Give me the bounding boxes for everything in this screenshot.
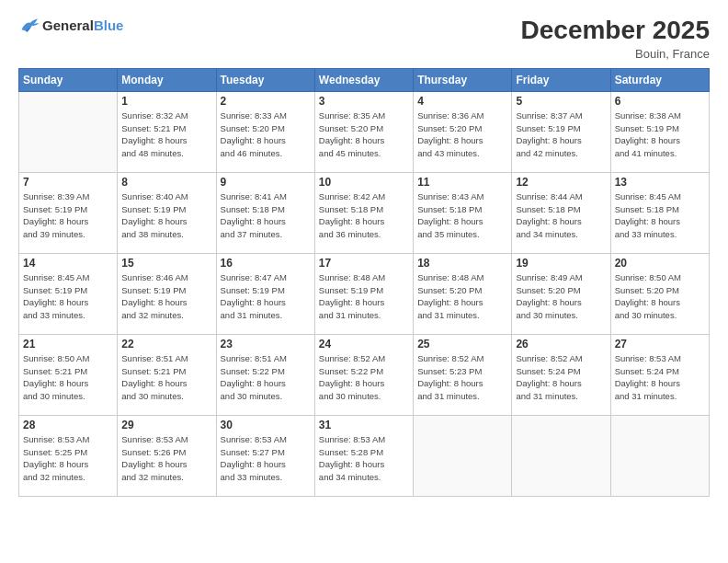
day-number: 12 xyxy=(516,176,606,189)
day-number: 25 xyxy=(417,338,507,350)
day-info: Sunrise: 8:53 AMSunset: 5:27 PMDaylight:… xyxy=(221,433,311,484)
day-info: Sunrise: 8:38 AMSunset: 5:19 PMDaylight:… xyxy=(615,109,705,160)
day-number: 29 xyxy=(121,419,211,431)
calendar-week-row: 7Sunrise: 8:39 AMSunset: 5:19 PMDaylight… xyxy=(19,172,710,253)
day-info: Sunrise: 8:40 AMSunset: 5:19 PMDaylight:… xyxy=(121,190,211,241)
table-row: 6Sunrise: 8:38 AMSunset: 5:19 PMDaylight… xyxy=(610,91,709,172)
table-row: 27Sunrise: 8:53 AMSunset: 5:24 PMDayligh… xyxy=(610,334,709,415)
calendar-week-row: 28Sunrise: 8:53 AMSunset: 5:25 PMDayligh… xyxy=(19,415,710,496)
col-wednesday: Wednesday xyxy=(314,68,413,91)
col-sunday: Sunday xyxy=(19,68,118,91)
day-info: Sunrise: 8:39 AMSunset: 5:19 PMDaylight:… xyxy=(23,190,113,241)
day-info: Sunrise: 8:35 AMSunset: 5:20 PMDaylight:… xyxy=(319,109,409,160)
page: General Blue December 2025 Bouin, France… xyxy=(0,0,728,563)
day-number: 16 xyxy=(221,257,311,270)
day-info: Sunrise: 8:42 AMSunset: 5:18 PMDaylight:… xyxy=(319,190,409,241)
day-info: Sunrise: 8:43 AMSunset: 5:18 PMDaylight:… xyxy=(417,190,507,241)
table-row: 5Sunrise: 8:37 AMSunset: 5:19 PMDaylight… xyxy=(512,91,610,172)
table-row: 14Sunrise: 8:45 AMSunset: 5:19 PMDayligh… xyxy=(19,253,118,334)
table-row: 22Sunrise: 8:51 AMSunset: 5:21 PMDayligh… xyxy=(118,334,216,415)
col-saturday: Saturday xyxy=(610,68,709,91)
calendar-week-row: 1Sunrise: 8:32 AMSunset: 5:21 PMDaylight… xyxy=(19,91,710,172)
title-area: December 2025 Bouin, France xyxy=(521,17,710,61)
logo-icon xyxy=(20,17,40,33)
table-row: 26Sunrise: 8:52 AMSunset: 5:24 PMDayligh… xyxy=(512,334,610,415)
calendar: Sunday Monday Tuesday Wednesday Thursday… xyxy=(18,68,710,497)
day-info: Sunrise: 8:50 AMSunset: 5:20 PMDaylight:… xyxy=(615,271,705,322)
logo-blue: Blue xyxy=(94,17,124,33)
calendar-week-row: 21Sunrise: 8:50 AMSunset: 5:21 PMDayligh… xyxy=(19,334,710,415)
day-info: Sunrise: 8:52 AMSunset: 5:22 PMDaylight:… xyxy=(319,352,409,403)
calendar-header-row: Sunday Monday Tuesday Wednesday Thursday… xyxy=(19,68,710,91)
day-info: Sunrise: 8:47 AMSunset: 5:19 PMDaylight:… xyxy=(221,271,311,322)
table-row: 21Sunrise: 8:50 AMSunset: 5:21 PMDayligh… xyxy=(19,334,118,415)
table-row: 12Sunrise: 8:44 AMSunset: 5:18 PMDayligh… xyxy=(512,172,610,253)
day-number: 19 xyxy=(516,257,606,270)
table-row: 13Sunrise: 8:45 AMSunset: 5:18 PMDayligh… xyxy=(610,172,709,253)
day-info: Sunrise: 8:32 AMSunset: 5:21 PMDaylight:… xyxy=(121,109,211,160)
day-info: Sunrise: 8:50 AMSunset: 5:21 PMDaylight:… xyxy=(23,352,113,403)
col-tuesday: Tuesday xyxy=(216,68,314,91)
day-number: 23 xyxy=(221,338,311,350)
table-row: 31Sunrise: 8:53 AMSunset: 5:28 PMDayligh… xyxy=(314,415,413,496)
table-row: 7Sunrise: 8:39 AMSunset: 5:19 PMDaylight… xyxy=(19,172,118,253)
day-info: Sunrise: 8:51 AMSunset: 5:22 PMDaylight:… xyxy=(221,352,311,403)
day-number: 14 xyxy=(23,257,113,270)
table-row: 10Sunrise: 8:42 AMSunset: 5:18 PMDayligh… xyxy=(314,172,413,253)
table-row: 24Sunrise: 8:52 AMSunset: 5:22 PMDayligh… xyxy=(314,334,413,415)
col-thursday: Thursday xyxy=(414,68,512,91)
day-info: Sunrise: 8:45 AMSunset: 5:18 PMDaylight:… xyxy=(615,190,705,241)
day-info: Sunrise: 8:41 AMSunset: 5:18 PMDaylight:… xyxy=(221,190,311,241)
day-number: 20 xyxy=(615,257,705,270)
table-row: 15Sunrise: 8:46 AMSunset: 5:19 PMDayligh… xyxy=(118,253,216,334)
table-row: 3Sunrise: 8:35 AMSunset: 5:20 PMDaylight… xyxy=(314,91,413,172)
day-number: 24 xyxy=(319,338,409,350)
day-info: Sunrise: 8:49 AMSunset: 5:20 PMDaylight:… xyxy=(516,271,606,322)
day-number: 26 xyxy=(516,338,606,350)
day-info: Sunrise: 8:53 AMSunset: 5:24 PMDaylight:… xyxy=(615,352,705,403)
day-number: 27 xyxy=(615,338,705,350)
day-number: 18 xyxy=(417,257,507,270)
main-title: December 2025 xyxy=(521,17,710,45)
logo: General Blue xyxy=(18,17,123,33)
day-number: 6 xyxy=(615,95,705,108)
table-row: 8Sunrise: 8:40 AMSunset: 5:19 PMDaylight… xyxy=(118,172,216,253)
day-number: 4 xyxy=(417,95,507,108)
day-number: 2 xyxy=(221,95,311,108)
day-number: 28 xyxy=(23,419,113,431)
table-row: 1Sunrise: 8:32 AMSunset: 5:21 PMDaylight… xyxy=(118,91,216,172)
table-row: 16Sunrise: 8:47 AMSunset: 5:19 PMDayligh… xyxy=(216,253,314,334)
day-number: 10 xyxy=(319,176,409,189)
day-number: 22 xyxy=(121,338,211,350)
day-info: Sunrise: 8:48 AMSunset: 5:20 PMDaylight:… xyxy=(417,271,507,322)
table-row: 28Sunrise: 8:53 AMSunset: 5:25 PMDayligh… xyxy=(19,415,118,496)
day-info: Sunrise: 8:53 AMSunset: 5:26 PMDaylight:… xyxy=(121,433,211,484)
day-number: 15 xyxy=(121,257,211,270)
day-number: 5 xyxy=(516,95,606,108)
table-row: 4Sunrise: 8:36 AMSunset: 5:20 PMDaylight… xyxy=(414,91,512,172)
day-info: Sunrise: 8:48 AMSunset: 5:19 PMDaylight:… xyxy=(319,271,409,322)
day-info: Sunrise: 8:53 AMSunset: 5:28 PMDaylight:… xyxy=(319,433,409,484)
day-number: 11 xyxy=(417,176,507,189)
day-number: 13 xyxy=(615,176,705,189)
day-number: 7 xyxy=(23,176,113,189)
day-info: Sunrise: 8:45 AMSunset: 5:19 PMDaylight:… xyxy=(23,271,113,322)
day-number: 3 xyxy=(319,95,409,108)
day-info: Sunrise: 8:51 AMSunset: 5:21 PMDaylight:… xyxy=(121,352,211,403)
day-info: Sunrise: 8:36 AMSunset: 5:20 PMDaylight:… xyxy=(417,109,507,160)
table-row: 18Sunrise: 8:48 AMSunset: 5:20 PMDayligh… xyxy=(414,253,512,334)
day-number: 9 xyxy=(221,176,311,189)
day-info: Sunrise: 8:53 AMSunset: 5:25 PMDaylight:… xyxy=(23,433,113,484)
table-row xyxy=(414,415,512,496)
table-row: 30Sunrise: 8:53 AMSunset: 5:27 PMDayligh… xyxy=(216,415,314,496)
day-number: 8 xyxy=(121,176,211,189)
table-row: 2Sunrise: 8:33 AMSunset: 5:20 PMDaylight… xyxy=(216,91,314,172)
table-row: 9Sunrise: 8:41 AMSunset: 5:18 PMDaylight… xyxy=(216,172,314,253)
table-row xyxy=(512,415,610,496)
col-monday: Monday xyxy=(118,68,216,91)
day-info: Sunrise: 8:52 AMSunset: 5:23 PMDaylight:… xyxy=(417,352,507,403)
day-number: 31 xyxy=(319,419,409,431)
day-info: Sunrise: 8:33 AMSunset: 5:20 PMDaylight:… xyxy=(221,109,311,160)
day-info: Sunrise: 8:46 AMSunset: 5:19 PMDaylight:… xyxy=(121,271,211,322)
table-row: 20Sunrise: 8:50 AMSunset: 5:20 PMDayligh… xyxy=(610,253,709,334)
